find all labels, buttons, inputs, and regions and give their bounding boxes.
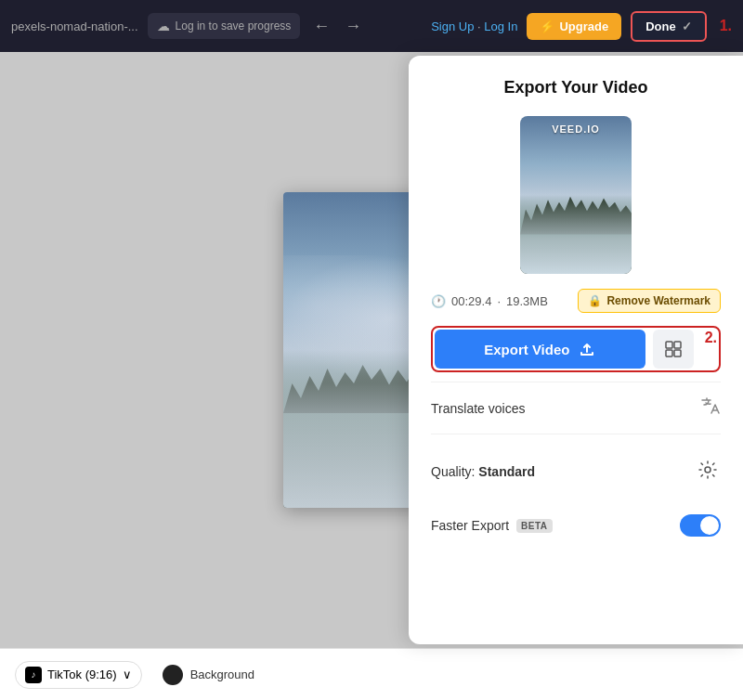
- clock-icon: 🕐: [431, 294, 446, 308]
- thumb-fog: [520, 188, 632, 275]
- login-link[interactable]: Log In: [484, 19, 517, 33]
- background-color-swatch: [163, 665, 183, 685]
- export-video-label: Export Video: [484, 342, 569, 357]
- meta-separator: ·: [497, 294, 501, 308]
- step2-label: 2.: [705, 330, 717, 369]
- forward-button[interactable]: →: [339, 13, 367, 40]
- chevron-down-icon: ∨: [123, 668, 132, 681]
- upgrade-button[interactable]: ⚡ Upgrade: [527, 13, 621, 40]
- beta-badge: BETA: [516, 519, 552, 533]
- quality-label: Quality: Standard: [431, 464, 535, 479]
- panel-title: Export Your Video: [431, 78, 721, 97]
- translate-label: Translate voices: [431, 401, 525, 416]
- export-video-button[interactable]: Export Video: [435, 330, 645, 369]
- step1-label: 1.: [720, 18, 732, 34]
- quality-value: Standard: [478, 464, 535, 479]
- background-label: Background: [190, 668, 254, 681]
- watermark-label: VEED.IO: [552, 123, 600, 135]
- export-panel: Export Your Video VEED.IO 🕐 00:29.4 · 19…: [409, 56, 743, 644]
- platform-label: TikTok (9:16): [47, 668, 117, 681]
- svg-rect-0: [666, 342, 672, 348]
- check-icon: ✓: [682, 19, 692, 33]
- svg-rect-3: [674, 350, 681, 356]
- done-button[interactable]: Done ✓: [631, 11, 707, 42]
- remove-watermark-label: Remove Watermark: [606, 294, 710, 307]
- remove-watermark-button[interactable]: 🔒 Remove Watermark: [578, 289, 721, 313]
- topbar-right: Sign Up · Log In ⚡ Upgrade Done ✓ 1.: [431, 11, 732, 42]
- auth-links: Sign Up · Log In: [431, 19, 517, 33]
- quality-settings-button[interactable]: [695, 457, 721, 486]
- info-row: 🕐 00:29.4 · 19.3MB 🔒 Remove Watermark: [431, 289, 721, 313]
- svg-point-4: [705, 467, 710, 473]
- panel-thumbnail: VEED.IO: [520, 116, 632, 274]
- export-options-button[interactable]: [653, 330, 694, 369]
- translate-voices-row: Translate voices: [431, 382, 721, 434]
- bottombar: ♪ TikTok (9:16) ∨ Background: [0, 648, 743, 700]
- faster-export-toggle[interactable]: [680, 514, 721, 537]
- lock-icon: 🔒: [588, 294, 602, 307]
- back-button[interactable]: ←: [307, 13, 335, 40]
- video-meta: 🕐 00:29.4 · 19.3MB: [431, 294, 548, 308]
- done-label: Done: [645, 19, 676, 33]
- upgrade-icon: ⚡: [540, 19, 554, 33]
- faster-export-label: Faster Export BETA: [431, 518, 553, 533]
- nav-controls: ← →: [307, 13, 367, 40]
- export-video-section: Export Video 2.: [431, 326, 721, 372]
- upload-icon: [579, 341, 595, 357]
- topbar: pexels-nomad-nation-... ☁ Log in to save…: [0, 0, 743, 52]
- filename-label: pexels-nomad-nation-...: [11, 19, 138, 33]
- duration-label: 00:29.4: [451, 294, 491, 308]
- faster-export-row: Faster Export BETA: [431, 505, 721, 546]
- tiktok-icon: ♪: [25, 667, 42, 683]
- file-size-label: 19.3MB: [506, 294, 548, 308]
- platform-selector[interactable]: ♪ TikTok (9:16) ∨: [15, 661, 142, 689]
- signup-link[interactable]: Sign Up: [431, 19, 474, 33]
- save-progress-button[interactable]: ☁ Log in to save progress: [148, 13, 301, 39]
- cloud-icon: ☁: [157, 19, 170, 33]
- upgrade-label: Upgrade: [559, 19, 608, 33]
- svg-rect-1: [674, 342, 681, 348]
- quality-row: Quality: Standard: [431, 447, 721, 496]
- background-button[interactable]: Background: [153, 660, 264, 690]
- svg-rect-2: [666, 350, 672, 356]
- save-label: Log in to save progress: [176, 19, 292, 32]
- translate-icon: [700, 395, 721, 421]
